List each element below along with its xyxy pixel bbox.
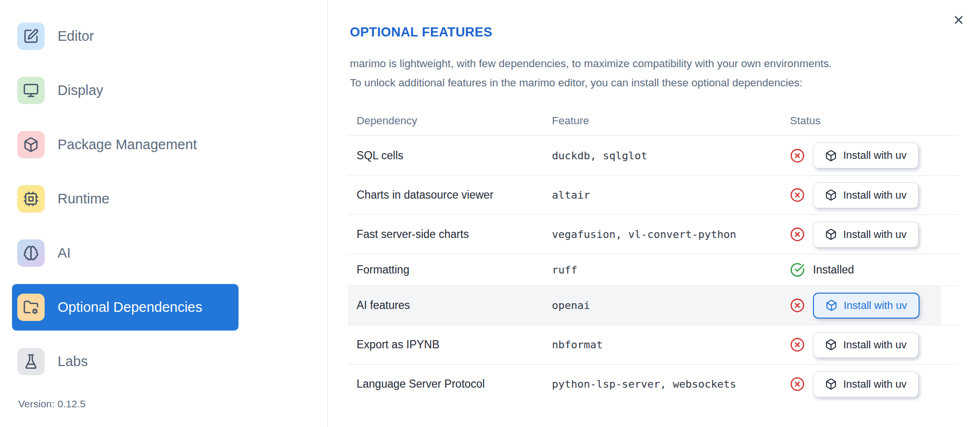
dependency-cell: Formatting: [348, 263, 550, 276]
status-cell: Install with uv: [788, 222, 959, 248]
version-label: Version: 0.12.5: [18, 398, 85, 410]
sidebar-category-list: Editor Display Package Management Runtim…: [0, 13, 327, 385]
sidebar-item-label: Editor: [58, 28, 94, 44]
close-button[interactable]: [948, 11, 968, 31]
sidebar-item-optional-dependencies[interactable]: Optional Dependencies: [12, 284, 239, 331]
sidebar-item-runtime[interactable]: Runtime: [12, 176, 239, 222]
sidebar-item-label: Runtime: [58, 191, 109, 207]
dependency-cell: Charts in datasource viewer: [348, 189, 550, 202]
close-icon: [952, 13, 965, 28]
status-cell: Install with uv: [788, 332, 959, 358]
description-line: To unlock additional features in the mar…: [350, 73, 980, 93]
status-cell: Install with uv: [788, 142, 959, 168]
column-header-status: Status: [788, 115, 959, 127]
panel-description: marimo is lightweight, with few dependen…: [350, 54, 980, 93]
feature-cell: openai: [550, 299, 788, 311]
install-with-uv-button[interactable]: Install with uv: [813, 332, 919, 358]
status-cell: Install with uv: [788, 371, 959, 397]
install-with-uv-button[interactable]: Install with uv: [813, 371, 919, 397]
feature-cell: altair: [550, 189, 788, 201]
install-with-uv-button[interactable]: Install with uv: [813, 222, 919, 248]
cpu-icon: [17, 185, 45, 213]
table-body: SQL cells duckdb, sqlglot Install with u…: [348, 136, 959, 403]
status-missing-icon: [790, 298, 805, 313]
table-header-row: Dependency Feature Status: [348, 106, 959, 136]
column-header-dependency: Dependency: [348, 115, 550, 127]
table-row: Charts in datasource viewer altair Insta…: [348, 175, 959, 214]
sidebar-item-label: AI: [58, 245, 71, 261]
settings-sidebar: Editor Display Package Management Runtim…: [0, 0, 328, 427]
dependency-cell: Export as IPYNB: [348, 338, 550, 351]
installed-label: Installed: [813, 263, 854, 276]
box-icon: [825, 150, 837, 162]
dependency-cell: AI features: [348, 299, 550, 312]
table-row: SQL cells duckdb, sqlglot Install with u…: [348, 136, 959, 175]
box-icon: [825, 299, 837, 311]
dependency-cell: SQL cells: [348, 149, 550, 162]
page-title: OPTIONAL FEATURES: [350, 25, 980, 40]
flask-icon: [17, 348, 45, 375]
install-button-label: Install with uv: [843, 189, 907, 202]
install-with-uv-button[interactable]: Install with uv: [813, 293, 920, 319]
box-icon: [825, 339, 837, 351]
install-button-label: Install with uv: [843, 228, 907, 241]
install-button-label: Install with uv: [843, 378, 907, 391]
status-missing-icon: [790, 377, 805, 391]
table-row: AI features openai Install with uv: [348, 285, 959, 325]
description-line: marimo is lightweight, with few dependen…: [350, 54, 980, 73]
sidebar-item-editor[interactable]: Editor: [12, 13, 239, 59]
sidebar-item-label: Display: [58, 83, 103, 98]
settings-panel: OPTIONAL FEATURES marimo is lightweight,…: [328, 0, 980, 427]
sidebar-item-labs[interactable]: Labs: [12, 338, 239, 385]
install-button-label: Install with uv: [844, 299, 907, 312]
install-with-uv-button[interactable]: Install with uv: [813, 182, 919, 208]
status-missing-icon: [790, 188, 805, 202]
table-row: Formatting ruff Installed: [348, 254, 959, 285]
status-missing-icon: [790, 148, 805, 163]
feature-cell: nbformat: [550, 339, 788, 351]
sidebar-item-ai[interactable]: AI: [12, 230, 239, 276]
monitor-icon: [17, 77, 45, 104]
install-button-label: Install with uv: [843, 149, 907, 162]
status-missing-icon: [790, 337, 805, 352]
sidebar-item-label: Optional Dependencies: [58, 299, 202, 315]
status-installed-icon: [790, 262, 805, 277]
feature-cell: vegafusion, vl-convert-python: [550, 228, 788, 240]
box-icon: [825, 228, 837, 240]
box-icon: [825, 189, 837, 201]
table-row: Export as IPYNB nbformat Install with uv: [348, 325, 959, 364]
optional-features-table: Dependency Feature Status SQL cells duck…: [348, 106, 959, 403]
feature-cell: python-lsp-server, websockets: [550, 378, 788, 390]
brain-icon: [17, 239, 45, 267]
box-icon: [825, 378, 837, 390]
feature-cell: duckdb, sqlglot: [550, 150, 788, 162]
sidebar-item-label: Labs: [58, 354, 88, 369]
dependency-cell: Fast server-side charts: [348, 228, 550, 241]
square-pen-icon: [17, 23, 45, 50]
folder-cog-icon: [17, 294, 45, 321]
sidebar-item-package-management[interactable]: Package Management: [12, 121, 239, 168]
status-missing-icon: [790, 227, 805, 242]
package-icon: [17, 131, 45, 158]
feature-cell: ruff: [550, 264, 788, 276]
dependency-cell: Language Server Protocol: [348, 378, 550, 391]
sidebar-item-display[interactable]: Display: [12, 67, 239, 114]
column-header-feature: Feature: [550, 115, 788, 127]
install-button-label: Install with uv: [843, 339, 907, 351]
status-cell: Installed: [788, 262, 959, 277]
table-row: Language Server Protocol python-lsp-serv…: [348, 364, 959, 403]
table-row: Fast server-side charts vegafusion, vl-c…: [348, 214, 959, 254]
install-with-uv-button[interactable]: Install with uv: [813, 142, 919, 168]
status-cell: Install with uv: [788, 293, 959, 319]
sidebar-item-label: Package Management: [58, 137, 197, 153]
status-cell: Install with uv: [788, 182, 959, 208]
